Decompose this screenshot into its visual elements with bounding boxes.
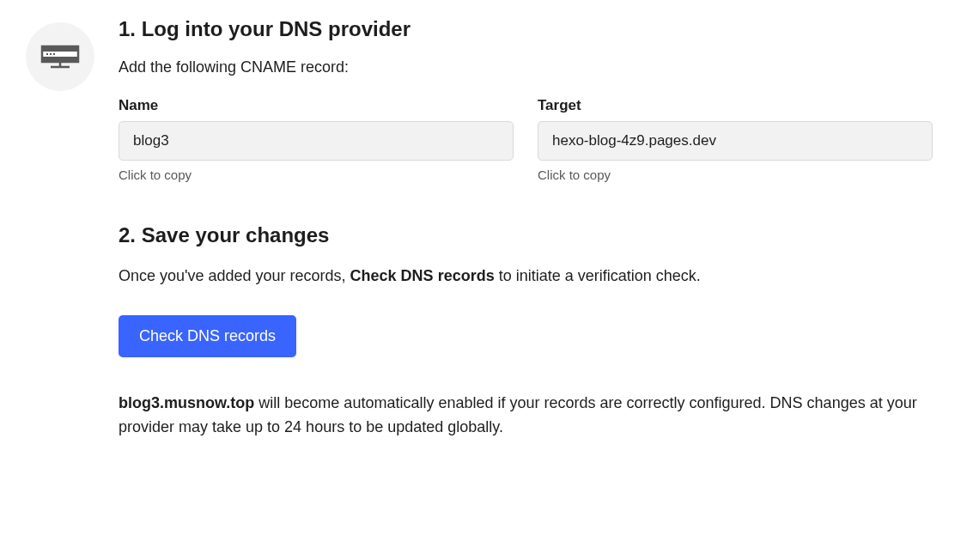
cname-record-row: Name blog3 Click to copy Target hexo-blo…	[119, 97, 933, 182]
step-1-subtitle: Add the following CNAME record:	[119, 58, 933, 76]
step-2-text-before: Once you've added your records,	[119, 267, 350, 284]
step-2-instruction: Once you've added your records, Check DN…	[119, 265, 933, 288]
target-copy-hint: Click to copy	[538, 167, 933, 182]
step-2-text-bold: Check DNS records	[350, 267, 495, 284]
name-copy-hint: Click to copy	[119, 167, 514, 182]
name-field: Name blog3 Click to copy	[119, 97, 514, 182]
svg-rect-3	[46, 53, 48, 55]
step-1-heading: 1. Log into your DNS provider	[119, 17, 933, 41]
server-icon-circle	[26, 22, 94, 91]
name-label: Name	[119, 97, 514, 114]
svg-rect-2	[42, 57, 78, 62]
target-field: Target hexo-blog-4z9.pages.dev Click to …	[538, 97, 933, 182]
svg-rect-5	[53, 53, 55, 55]
step-2-text-after: to initiate a verification check.	[495, 267, 701, 284]
server-icon	[39, 41, 82, 72]
check-dns-records-button[interactable]: Check DNS records	[119, 315, 296, 357]
name-value[interactable]: blog3	[119, 121, 514, 161]
step-1-content: 1. Log into your DNS provider Add the fo…	[119, 17, 933, 223]
domain-name: blog3.musnow.top	[119, 394, 254, 411]
step-2-info: blog3.musnow.top will become automatical…	[119, 392, 933, 440]
step-1: 1. Log into your DNS provider Add the fo…	[26, 17, 933, 223]
step-2: 2. Save your changes Once you've added y…	[119, 223, 933, 440]
target-label: Target	[538, 97, 933, 114]
svg-rect-1	[42, 46, 78, 52]
target-value[interactable]: hexo-blog-4z9.pages.dev	[538, 121, 933, 161]
svg-rect-4	[50, 53, 52, 55]
step-2-heading: 2. Save your changes	[119, 223, 933, 247]
